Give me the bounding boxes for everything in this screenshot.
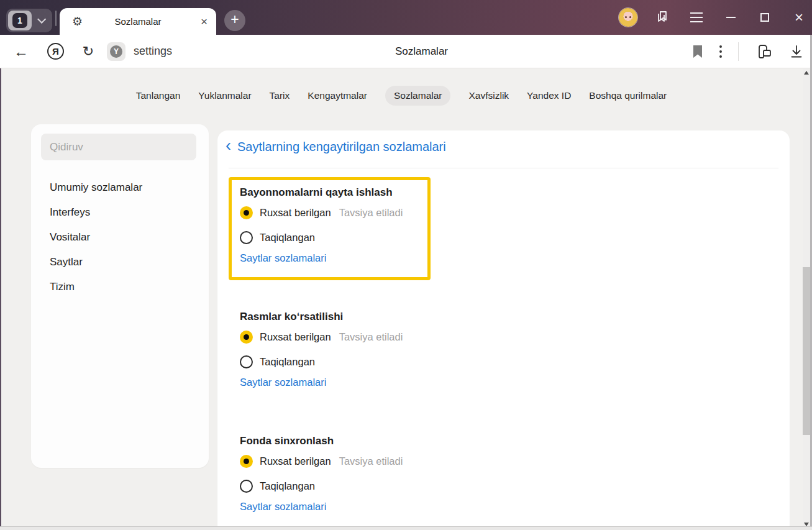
window-frame-left [0,68,1,530]
more-options-icon[interactable] [719,45,722,58]
recommended-note: Tavsiya etiladi [339,207,403,219]
settings-nav: Tanlangan Yuklanmalar Tarix Kengaytmalar… [0,86,803,106]
chevron-left-icon: ‹ [226,137,231,154]
chevron-down-icon [37,15,46,24]
downloads-icon[interactable] [790,44,803,59]
browser-toolbar: ← Я ↻ Y settings Sozlamalar [0,35,812,68]
radio-unselected-icon[interactable] [240,355,253,368]
window-minimize-button[interactable] [721,8,740,27]
window-maximize-button[interactable] [755,8,774,27]
site-settings-link[interactable]: Saytlar sozlamalari [240,501,326,513]
profile-avatar[interactable] [619,8,637,27]
nav-tab-tarix[interactable]: Tarix [270,86,290,106]
refresh-button[interactable]: ↻ [81,43,96,60]
option-label: Ruxsat berilgan [260,331,331,343]
radio-selected-icon[interactable] [240,206,253,219]
site-info-badge[interactable]: Y [107,42,125,61]
settings-sidebar: Umumiy sozlamalar Interfeys Vositalar Sa… [31,124,209,468]
page-title: Saytlarning kengaytirilgan sozlamalari [237,140,446,154]
section-fonda-sinxronlash: Fonda sinxronlash Ruxsat berilgan Tavsiy… [229,426,431,529]
radio-selected-icon[interactable] [240,455,253,468]
section-title: Fonda sinxronlash [240,434,419,449]
sidebar-item-vositalar[interactable]: Vositalar [31,225,209,250]
nav-tab-tanlangan[interactable]: Tanlangan [136,86,181,106]
option-label: Taqiqlangan [260,232,315,244]
protect-icon: Y [110,45,122,58]
option-label: Ruxsat berilgan [260,455,331,467]
settings-main-panel: ‹ Saytlarning kengaytirilgan sozlamalari… [217,130,790,530]
back-button[interactable]: ← [14,43,29,60]
radio-unselected-icon[interactable] [240,480,253,493]
sidebar-menu: Umumiy sozlamalar Interfeys Vositalar Sa… [31,175,209,299]
tab-title: Sozlamalar [60,16,216,27]
sidebar-item-interfeys[interactable]: Interfeys [31,200,209,225]
option-label: Ruxsat berilgan [260,207,331,219]
scrollbar[interactable] [803,68,810,530]
section-title: Bayonnomalarni qayta ishlash [240,185,419,200]
radio-option-blocked[interactable]: Taqiqlangan [240,349,419,374]
nav-tab-kengaytmalar[interactable]: Kengaytmalar [308,86,367,106]
browser-topbar: 1 ⚙ Sozlamalar × + × [0,0,812,35]
nav-tab-yuklanmalar[interactable]: Yuklanmalar [198,86,251,106]
radio-option-allowed[interactable]: Ruxsat berilgan Tavsiya etiladi [240,449,419,473]
window-frame-bottom [0,526,812,530]
tab-counter-chip: 1 [8,11,32,30]
settings-page: Tanlangan Yuklanmalar Tarix Kengaytmalar… [0,68,812,530]
menu-icon[interactable] [687,8,706,27]
toolbar-separator [738,42,739,61]
sidebar-item-umumiy-sozlamalar[interactable]: Umumiy sozlamalar [31,175,209,200]
section-rasmlar-korsatilishi: Rasmlar koʻrsatilishi Ruxsat berilgan Ta… [229,301,431,404]
option-label: Taqiqlangan [260,356,315,368]
tab-counter-button[interactable]: 1 [6,9,52,32]
scrollbar-up-arrow-icon[interactable] [804,71,809,75]
tab-close-icon[interactable]: × [201,16,208,27]
section-title: Rasmlar koʻrsatilishi [240,309,419,324]
section-bayonnomalarni-qayta-ishlash: Bayonnomalarni qayta ishlash Ruxsat beri… [229,177,431,280]
recommended-note: Tavsiya etiladi [339,455,403,467]
address-url[interactable]: settings [134,45,172,58]
extensions-icon[interactable] [755,43,773,60]
bookmark-icon[interactable] [692,45,703,58]
browser-tab-active[interactable]: ⚙ Sozlamalar × [60,8,216,35]
radio-option-allowed[interactable]: Ruxsat berilgan Tavsiya etiladi [240,200,419,225]
bookmarks-panel-icon[interactable] [653,8,672,27]
radio-option-blocked[interactable]: Taqiqlangan [240,473,419,498]
yandex-logo-icon[interactable]: Я [47,43,64,60]
nav-tab-sozlamalar[interactable]: Sozlamalar [385,86,451,106]
new-tab-button[interactable]: + [224,10,245,31]
toolbar-right-controls [692,35,803,68]
topbar-divider [55,11,57,26]
sidebar-item-saytlar[interactable]: Saytlar [31,250,209,275]
omnibox-page-title: Sozlamalar [395,45,448,58]
topbar-right-controls: × [619,0,808,35]
nav-tab-yandex-id[interactable]: Yandex ID [527,86,571,106]
radio-selected-icon[interactable] [240,331,253,344]
browser-window: 1 ⚙ Sozlamalar × + × ← Я [0,0,812,530]
site-settings-link[interactable]: Saytlar sozlamalari [240,252,326,264]
option-label: Taqiqlangan [260,480,315,492]
nav-tab-xavfsizlik[interactable]: Xavfsizlik [468,86,509,106]
divider [229,168,778,168]
scrollbar-thumb[interactable] [803,267,810,435]
radio-option-allowed[interactable]: Ruxsat berilgan Tavsiya etiladi [240,324,419,349]
search-input[interactable] [41,134,196,160]
radio-unselected-icon[interactable] [240,231,253,244]
tab-count-badge: 1 [12,13,27,28]
avatar [619,8,637,27]
back-heading-link[interactable]: ‹ Saytlarning kengaytirilgan sozlamalari [226,139,446,154]
recommended-note: Tavsiya etiladi [339,331,403,343]
sidebar-item-tizim[interactable]: Tizim [31,275,209,299]
window-close-button[interactable]: × [790,8,808,27]
radio-option-blocked[interactable]: Taqiqlangan [240,225,419,250]
site-settings-link[interactable]: Saytlar sozlamalari [240,377,326,388]
nav-tab-boshqa-qurilmalar[interactable]: Boshqa qurilmalar [589,86,667,106]
